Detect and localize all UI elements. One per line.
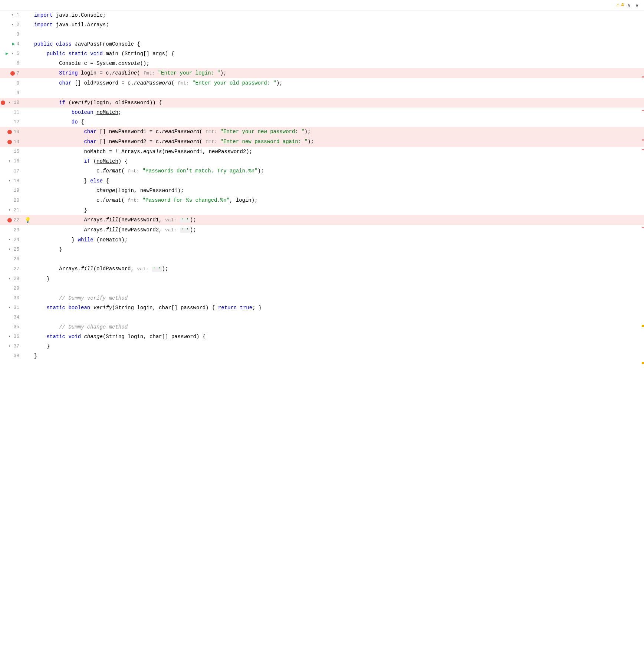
- bulb-icon[interactable]: 💡: [24, 215, 31, 225]
- fold-arrow[interactable]: ▾: [7, 305, 12, 310]
- fold-arrow[interactable]: ▾: [7, 334, 12, 339]
- line-row: 3: [0, 30, 644, 39]
- markers-col: [22, 254, 33, 264]
- code-line: [33, 313, 644, 322]
- fold-arrow[interactable]: ▾: [7, 100, 12, 105]
- line-row: 12 do {: [0, 117, 644, 127]
- code-line: }: [33, 205, 644, 215]
- markers-col: [22, 225, 33, 235]
- markers-col: [22, 284, 33, 293]
- markers-col: [22, 274, 33, 284]
- breakpoint[interactable]: [10, 71, 15, 76]
- line-number: ▶ 4: [0, 39, 22, 49]
- line-number: 22: [0, 215, 22, 225]
- run-arrow[interactable]: ▶: [6, 49, 8, 59]
- line-number: 19: [0, 186, 22, 195]
- markers-col: [22, 108, 33, 117]
- breakpoint[interactable]: [7, 140, 12, 144]
- line-number: 3: [0, 30, 22, 39]
- line-number: 30: [0, 293, 22, 303]
- code-area: ▾ 1 import java.io.Console; ▾ 2 import j…: [0, 10, 644, 663]
- line-number: 15: [0, 147, 22, 156]
- code-line: Arrays.fill(newPassword1, val: ' ');: [33, 215, 644, 225]
- markers-col: [22, 30, 33, 39]
- code-line: static void change(String login, char[] …: [33, 332, 644, 342]
- markers-col: [22, 313, 33, 322]
- fold-arrow[interactable]: ▾: [7, 178, 12, 184]
- scrollbar-marker-pink: [642, 227, 644, 228]
- code-line: if (verify(login, oldPassword)) {: [33, 98, 644, 108]
- markers-col: [22, 235, 33, 245]
- line-number: ▾ 10: [0, 98, 22, 108]
- line-row: ▾ 1 import java.io.Console;: [0, 10, 644, 20]
- line-row: ▾ 36 static void change(String login, ch…: [0, 332, 644, 342]
- line-number: ▾ 1: [0, 10, 22, 20]
- code-line: noMatch = ! Arrays.equals(newPassword1, …: [33, 147, 644, 156]
- code-line: String login = c.readLine( fmt: "Enter y…: [33, 68, 644, 78]
- line-row: 14 char [] newPassword2 = c.readPassword…: [0, 137, 644, 147]
- breakpoint[interactable]: [7, 130, 12, 134]
- line-row: 11 boolean noMatch;: [0, 108, 644, 117]
- markers-col: [22, 10, 33, 20]
- nav-down-button[interactable]: ∨: [634, 2, 640, 8]
- line-number: 11: [0, 108, 22, 117]
- scrollbar-markers: [640, 21, 644, 663]
- markers-col: [22, 98, 33, 108]
- code-line: } else {: [33, 176, 644, 186]
- fold-arrow[interactable]: ▾: [10, 22, 15, 27]
- code-line: [33, 284, 644, 293]
- line-row: ▾ 24 } while (noMatch);: [0, 235, 644, 245]
- code-line: }: [33, 351, 644, 361]
- code-line: [33, 88, 644, 98]
- markers-col: [22, 147, 33, 156]
- fold-arrow[interactable]: ▾: [7, 237, 12, 243]
- line-number: 27: [0, 264, 22, 274]
- code-line: // Dummy change method: [33, 322, 644, 332]
- line-row: 34: [0, 313, 644, 322]
- fold-arrow[interactable]: ▾: [7, 276, 12, 281]
- breakpoint[interactable]: [7, 218, 12, 222]
- line-number: ▾ 2: [0, 20, 22, 30]
- nav-up-button[interactable]: ∧: [625, 2, 632, 8]
- code-line: char [] newPassword1 = c.readPassword( f…: [33, 127, 644, 137]
- line-row: ▶ ▾ 5 public static void main (String[] …: [0, 49, 644, 59]
- line-number: 35: [0, 322, 22, 332]
- line-row: 9: [0, 88, 644, 98]
- line-row: ▾ 16 if (noMatch) {: [0, 156, 644, 166]
- code-line: public static void main (String[] args) …: [33, 49, 644, 59]
- line-number: 38: [0, 351, 22, 361]
- markers-col: [22, 351, 33, 361]
- breakpoint[interactable]: [1, 100, 5, 105]
- markers-col: [22, 137, 33, 147]
- code-line: Console c = System.console();: [33, 59, 644, 68]
- line-number: 7: [0, 68, 22, 78]
- scrollbar-marker-pink: [642, 76, 644, 77]
- code-line: } while (noMatch);: [33, 235, 644, 245]
- line-number: ▾ 24: [0, 235, 22, 245]
- code-line: }: [33, 342, 644, 351]
- line-row: 29: [0, 284, 644, 293]
- fold-arrow[interactable]: ▾: [7, 208, 12, 213]
- line-row: 6 Console c = System.console();: [0, 59, 644, 68]
- run-arrow[interactable]: ▶: [12, 39, 15, 49]
- fold-arrow[interactable]: ▾: [7, 247, 12, 252]
- line-number: 6: [0, 59, 22, 68]
- line-number: ▾ 25: [0, 245, 22, 254]
- fold-arrow[interactable]: ▾: [10, 13, 15, 18]
- markers-col: [22, 20, 33, 30]
- markers-col: [22, 245, 33, 254]
- line-number: 12: [0, 117, 22, 127]
- fold-arrow[interactable]: ▾: [7, 344, 12, 349]
- fold-arrow[interactable]: ▾: [7, 159, 12, 164]
- warning-indicator[interactable]: ⚠ 4 ∧ ∨: [616, 0, 640, 10]
- fold-arrow[interactable]: ▾: [10, 51, 15, 56]
- markers-col: [22, 127, 33, 137]
- line-row: 19 change(login, newPassword1);: [0, 186, 644, 195]
- markers-col: [22, 59, 33, 68]
- code-line: Arrays.fill(oldPassword, val: ' ');: [33, 264, 644, 274]
- line-row: 26: [0, 254, 644, 264]
- markers-col: [22, 322, 33, 332]
- markers-col: [22, 39, 33, 49]
- markers-col: [22, 166, 33, 176]
- warning-icon: ⚠: [616, 0, 620, 10]
